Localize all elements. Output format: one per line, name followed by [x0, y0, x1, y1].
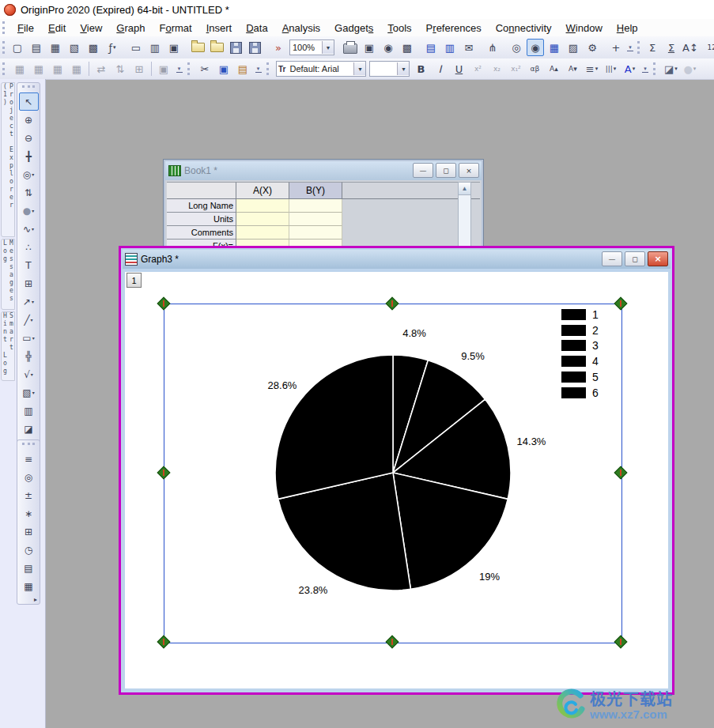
- send-graph-email-button[interactable]: ✉: [460, 39, 478, 56]
- toolbar-grip[interactable]: [2, 62, 7, 75]
- fill-color-button[interactable]: ◪▾: [662, 60, 679, 77]
- menu-item-data[interactable]: Data: [239, 21, 274, 36]
- move-columns-button[interactable]: ⇅: [111, 60, 129, 77]
- toolbar-grip[interactable]: [637, 41, 640, 54]
- new-workbook-button[interactable]: ▦: [47, 39, 64, 56]
- new-project-button[interactable]: ▢: [9, 39, 26, 56]
- book1-window[interactable]: Book1 * — ◻ × A(X)B(Y) Long NameUnitsCom…: [164, 160, 483, 249]
- mask-points-button[interactable]: ●▾: [19, 202, 39, 220]
- toolbar-overflow-button[interactable]: ▾: [254, 61, 263, 77]
- worksheet-grid-button[interactable]: ▦: [19, 577, 39, 595]
- pie-percent-label[interactable]: 23.8%: [299, 584, 328, 596]
- text-align-button[interactable]: ≡▾: [583, 60, 600, 77]
- menu-item-help[interactable]: Help: [610, 21, 645, 36]
- data-selector-button[interactable]: ⇅: [19, 183, 39, 202]
- new-layout-button[interactable]: ▭: [127, 39, 145, 56]
- graph-page[interactable]: 1 4.8%9.5%14.3%19%23.8%28.6%123456: [125, 272, 668, 688]
- menu-item-insert[interactable]: Insert: [199, 21, 240, 36]
- greek-symbols-button[interactable]: αβ: [526, 60, 543, 77]
- graph3-minimize-button[interactable]: —: [602, 251, 622, 266]
- text-tool-button[interactable]: T: [19, 256, 39, 274]
- worksheet-vertical-scrollbar[interactable]: ▲: [458, 182, 471, 247]
- print-preview-button[interactable]: ▣: [361, 39, 378, 56]
- chevron-down-icon[interactable]: ▼: [322, 41, 334, 54]
- vertical-text-button[interactable]: |||▾: [602, 60, 619, 77]
- settings-gear-button[interactable]: ⚙: [584, 39, 601, 56]
- toolbar-grip[interactable]: [653, 62, 658, 75]
- legend-label[interactable]: 6: [592, 387, 599, 399]
- chevron-down-icon[interactable]: ▼: [353, 62, 365, 75]
- chevron-down-icon[interactable]: ▾: [32, 299, 34, 304]
- zoom-scale-combo[interactable]: 100%▼: [289, 40, 334, 55]
- dock-tab-project-explorer[interactable]: Project Explorer (1): [1, 82, 15, 237]
- scroll-up-arrow-icon[interactable]: ▲: [459, 183, 470, 195]
- add-new-columns-button[interactable]: +: [607, 39, 625, 56]
- digitizer-button[interactable]: ◉: [380, 39, 397, 56]
- open-template-button[interactable]: [208, 39, 225, 56]
- chevron-down-icon[interactable]: ▾: [595, 66, 599, 72]
- app-title-bar[interactable]: OriginPro 2020 (Expired) 64-bit - UNTITL…: [0, 0, 714, 20]
- layout-horizontal-button[interactable]: ▤: [422, 39, 440, 56]
- pie-percent-label[interactable]: 4.8%: [402, 327, 426, 339]
- new-folder-button[interactable]: ▤: [28, 39, 45, 56]
- chevron-down-icon[interactable]: ▾: [113, 44, 116, 51]
- chevron-down-icon[interactable]: ▾: [32, 172, 34, 177]
- legend-label[interactable]: 5: [592, 371, 599, 383]
- chevron-down-icon[interactable]: ▾: [32, 208, 34, 213]
- toolbar-grip[interactable]: [266, 62, 271, 75]
- menu-item-edit[interactable]: Edit: [41, 21, 73, 36]
- column-header-ax[interactable]: A(X): [236, 182, 289, 199]
- increase-font-button[interactable]: A▴: [545, 60, 562, 77]
- chevron-down-icon[interactable]: ▾: [32, 335, 35, 341]
- date-stamp-button[interactable]: ◷: [19, 541, 39, 559]
- superscript-button[interactable]: x²: [469, 60, 486, 77]
- update-columns-button[interactable]: ⇄: [93, 60, 110, 77]
- legend-swatch[interactable]: [561, 325, 586, 336]
- new-function-plot-button[interactable]: ƒ▾: [104, 39, 121, 56]
- graph3-close-button[interactable]: ×: [648, 251, 668, 266]
- menu-item-gadgets[interactable]: Gadgets: [327, 21, 380, 36]
- data-cell[interactable]: [236, 213, 289, 226]
- new-slide-button[interactable]: ▣: [165, 39, 183, 56]
- selection-rectangle[interactable]: [164, 304, 622, 643]
- book1-close-button[interactable]: ×: [459, 163, 479, 178]
- duplicate-window-button[interactable]: ▣: [155, 60, 172, 77]
- book1-restore-button[interactable]: ◻: [436, 163, 456, 178]
- zoom-in-button[interactable]: ⊕: [19, 111, 39, 129]
- toolbar-expand-button[interactable]: ▸: [17, 595, 40, 604]
- italic-button[interactable]: I: [431, 60, 448, 77]
- chevron-down-icon[interactable]: ▾: [633, 66, 636, 72]
- line-tool-button[interactable]: ╱▾: [19, 311, 39, 329]
- legend-label[interactable]: 4: [592, 355, 599, 368]
- chevron-down-icon[interactable]: ▾: [693, 66, 697, 72]
- menu-item-file[interactable]: File: [10, 21, 41, 36]
- insert-equation-button[interactable]: √▾: [19, 365, 39, 383]
- open-button[interactable]: [189, 39, 206, 56]
- pie-percent-label[interactable]: 19%: [479, 571, 500, 583]
- screen-reader-button[interactable]: ╋: [19, 147, 39, 165]
- annotation-tool-button[interactable]: ∗: [19, 504, 39, 522]
- legend-label[interactable]: 1: [592, 308, 599, 321]
- sub-superscript-button[interactable]: x₁²: [507, 60, 524, 77]
- layout-vertical-button[interactable]: ▥: [441, 39, 459, 56]
- chevron-down-icon[interactable]: ▾: [32, 226, 34, 232]
- video-builder-button[interactable]: ▩: [399, 39, 416, 56]
- toolbar-grip[interactable]: [22, 85, 35, 91]
- zoom-out-button[interactable]: ⊖: [19, 129, 39, 147]
- legend-swatch[interactable]: [561, 372, 586, 383]
- arrow-tool-button[interactable]: ↗▾: [19, 292, 39, 311]
- dock-tab-smart-hint-log[interactable]: Smart Hint Log: [1, 311, 15, 381]
- menu-item-format[interactable]: Format: [152, 21, 198, 36]
- toolbar-grip[interactable]: [187, 62, 192, 75]
- pie-percent-label[interactable]: 9.5%: [461, 350, 485, 362]
- font-color-button[interactable]: A▾: [621, 60, 638, 77]
- print-button[interactable]: [342, 39, 359, 56]
- set-values-worksheet-button[interactable]: ▦: [30, 60, 47, 77]
- clear-worksheet-button[interactable]: ▦: [68, 60, 85, 77]
- formula-worksheet-button[interactable]: ▦: [49, 60, 66, 77]
- toolbar-grip[interactable]: [2, 41, 5, 54]
- column-header-by[interactable]: B(Y): [289, 182, 342, 199]
- add-sheet-column-button[interactable]: ⊞: [130, 60, 148, 77]
- reference-lines-button[interactable]: ±: [19, 486, 39, 504]
- chevron-down-icon[interactable]: ▾: [31, 372, 33, 377]
